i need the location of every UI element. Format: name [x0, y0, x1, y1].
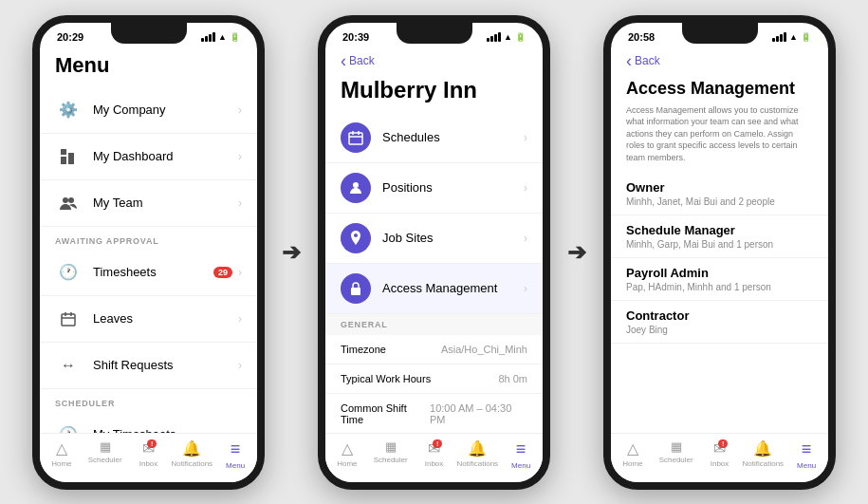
menu-item-my-dashboard[interactable]: My Dashboard ›	[40, 134, 257, 180]
back-btn-3[interactable]: Back	[611, 49, 828, 75]
notifications-tab-label-2: Notifications	[457, 459, 499, 468]
dashboard-label: My Dashboard	[93, 149, 238, 163]
nav-schedules[interactable]: Schedules ›	[325, 113, 543, 163]
setting-work-hours: Typical Work Hours 8h 0m	[325, 364, 543, 394]
timezone-key: Timezone	[341, 344, 386, 355]
positions-circle	[341, 173, 371, 203]
status-icons-2: ▲ 🔋	[487, 32, 526, 42]
menu-item-leaves[interactable]: Leaves ›	[40, 296, 257, 343]
inbox-tab-label-3: Inbox	[711, 459, 729, 468]
shift-requests-label: Shift Requests	[93, 358, 238, 372]
shift-time-val: 10:00 AM – 04:30 PM	[430, 402, 527, 425]
job-sites-chevron: ›	[524, 232, 527, 245]
tab-inbox-1[interactable]: ✉ ! Inbox	[127, 439, 171, 468]
menu-item-my-company[interactable]: ⚙️ My Company ›	[40, 87, 257, 134]
leaves-icon	[55, 306, 82, 332]
company-icon: ⚙️	[55, 97, 82, 123]
access-mgmt-title: Access Management	[611, 75, 828, 104]
notifications-tab-icon-2: 🔔	[468, 439, 487, 457]
phone3-content: Back Access Management Access Management…	[611, 49, 828, 482]
timesheets-chevron: ›	[238, 266, 242, 279]
role-payroll-admin[interactable]: Payroll Admin Pap, HAdmin, Minhh and 1 p…	[611, 258, 828, 301]
timesheets-icon: 🕐	[55, 259, 82, 286]
home-tab-icon-1: △	[56, 439, 67, 457]
battery-icon-2: 🔋	[515, 32, 526, 42]
role-owner[interactable]: Owner Minhh, Janet, Mai Bui and 2 people	[611, 173, 828, 215]
inbox-badge-2: !	[433, 439, 442, 448]
back-btn-2[interactable]: Back	[325, 49, 543, 75]
schedule-manager-name: Schedule Manager	[626, 223, 813, 237]
phone-1: 20:29 ▲ 🔋 Menu ⚙️ My Company ›	[32, 15, 265, 490]
tab-menu-1[interactable]: ≡ Menu	[213, 439, 257, 470]
tab-inbox-2[interactable]: ✉ ! Inbox	[413, 439, 456, 468]
tab-scheduler-1[interactable]: ▦ Scheduler	[83, 439, 127, 464]
tab-notifications-3[interactable]: 🔔 Notifications	[741, 439, 785, 468]
inbox-badge-1: !	[147, 439, 157, 448]
timesheets-badge: 29	[213, 267, 232, 278]
tab-scheduler-2[interactable]: ▦ Scheduler	[369, 439, 413, 464]
shift-requests-icon: ↔	[55, 352, 82, 379]
notifications-tab-label-3: Notifications	[743, 459, 785, 468]
timesheets-label: Timesheets	[93, 265, 213, 279]
bar2	[490, 36, 493, 42]
notifications-tab-icon-1: 🔔	[182, 439, 201, 457]
menu-item-shift-requests[interactable]: ↔ Shift Requests ›	[40, 343, 257, 389]
role-schedule-manager[interactable]: Schedule Manager Minhh, Garp, Mai Bui an…	[611, 215, 828, 258]
access-mgmt-chevron: ›	[524, 282, 527, 295]
payroll-admin-members: Pap, HAdmin, Minhh and 1 person	[626, 282, 813, 292]
payroll-admin-name: Payroll Admin	[626, 266, 813, 280]
schedule-manager-members: Minhh, Garp, Mai Bui and 1 person	[626, 239, 813, 250]
bar1	[487, 38, 489, 42]
status-bar-2: 20:39 ▲ 🔋	[325, 23, 543, 49]
wifi-icon-1: ▲	[218, 32, 227, 42]
tab-notifications-2[interactable]: 🔔 Notifications	[455, 439, 499, 468]
svg-rect-1	[68, 153, 74, 164]
menu-title: Menu	[40, 49, 257, 87]
svg-point-3	[63, 197, 68, 203]
bar3	[780, 34, 783, 42]
setting-shift-time: Common Shift Time 10:00 AM – 04:30 PM	[325, 394, 543, 435]
dashboard-icon	[55, 143, 82, 170]
status-bar-3: 20:58 ▲ 🔋	[611, 23, 828, 49]
inbox-tab-label-2: Inbox	[425, 459, 444, 468]
phone-3: 20:58 ▲ 🔋 Back Access Management Access …	[603, 15, 836, 490]
wifi-icon-3: ▲	[789, 32, 798, 42]
scheduler-tab-label-1: Scheduler	[88, 456, 122, 464]
menu-item-my-team[interactable]: My Team ›	[40, 180, 257, 227]
timezone-val: Asia/Ho_Chi_Minh	[441, 344, 527, 355]
tab-scheduler-3[interactable]: ▦ Scheduler	[655, 439, 698, 464]
tab-home-1[interactable]: △ Home	[40, 439, 83, 468]
team-icon	[55, 190, 82, 216]
svg-rect-13	[349, 133, 362, 144]
nav-positions[interactable]: Positions ›	[325, 163, 543, 214]
tab-inbox-3[interactable]: ✉ ! Inbox	[698, 439, 742, 468]
nav-access-management[interactable]: Access Management ›	[325, 264, 543, 314]
work-hours-key: Typical Work Hours	[341, 373, 431, 384]
menu-screen: Menu ⚙️ My Company › My Dashboard ›	[40, 49, 257, 490]
tab-menu-3[interactable]: ≡ Menu	[785, 439, 828, 470]
time-2: 20:39	[342, 31, 369, 43]
signal-bars-2	[487, 32, 501, 42]
tab-home-2[interactable]: △ Home	[325, 439, 369, 468]
status-icons-3: ▲ 🔋	[772, 32, 811, 42]
svg-rect-5	[62, 314, 75, 326]
arrow-1: ➔	[282, 239, 301, 266]
positions-chevron: ›	[524, 181, 527, 195]
tab-home-3[interactable]: △ Home	[611, 439, 655, 468]
bar1	[772, 38, 775, 42]
svg-point-19	[355, 289, 357, 291]
menu-tab-label-2: Menu	[511, 461, 530, 470]
company-chevron: ›	[238, 103, 242, 117]
tab-notifications-1[interactable]: 🔔 Notifications	[170, 439, 213, 468]
shift-time-key: Common Shift Time	[341, 402, 430, 425]
signal-bars-3	[772, 32, 786, 42]
menu-item-timesheets[interactable]: 🕐 Timesheets 29 ›	[40, 250, 257, 296]
scheduler-tab-label-2: Scheduler	[374, 456, 408, 464]
leaves-chevron: ›	[238, 312, 242, 326]
role-contractor[interactable]: Contractor Joey Bing	[611, 301, 828, 344]
tab-menu-2[interactable]: ≡ Menu	[499, 439, 543, 470]
nav-job-sites[interactable]: Job Sites ›	[325, 214, 543, 264]
home-tab-icon-3: △	[627, 439, 638, 457]
leaves-label: Leaves	[93, 311, 238, 326]
general-section: GENERAL	[325, 314, 543, 335]
